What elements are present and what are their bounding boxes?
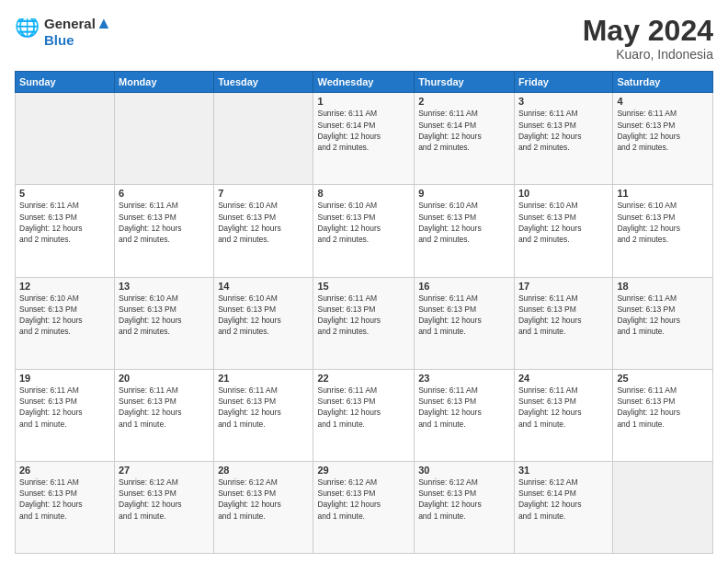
day-info: Sunrise: 6:10 AMSunset: 6:13 PMDaylight:…: [218, 293, 309, 338]
calendar-cell: [115, 93, 214, 185]
day-number: 27: [119, 465, 210, 476]
calendar-cell: 23Sunrise: 6:11 AMSunset: 6:13 PMDayligh…: [415, 369, 515, 461]
calendar-cell: 25Sunrise: 6:11 AMSunset: 6:13 PMDayligh…: [613, 369, 713, 461]
day-number: 19: [19, 373, 110, 384]
day-number: 11: [617, 188, 709, 199]
calendar-cell: 27Sunrise: 6:12 AMSunset: 6:13 PMDayligh…: [115, 461, 214, 553]
day-number: 1: [317, 96, 410, 107]
week-row-1: 1Sunrise: 6:11 AMSunset: 6:14 PMDaylight…: [16, 93, 713, 185]
day-number: 22: [317, 373, 410, 384]
day-info: Sunrise: 6:11 AMSunset: 6:13 PMDaylight:…: [518, 385, 609, 430]
calendar-table: SundayMondayTuesdayWednesdayThursdayFrid…: [15, 71, 713, 554]
main-title: May 2024: [583, 15, 713, 47]
calendar-cell: 6Sunrise: 6:11 AMSunset: 6:13 PMDaylight…: [115, 185, 214, 277]
day-info: Sunrise: 6:12 AMSunset: 6:13 PMDaylight:…: [418, 477, 510, 522]
calendar-cell: 15Sunrise: 6:11 AMSunset: 6:13 PMDayligh…: [313, 277, 415, 369]
calendar-cell: [613, 461, 713, 553]
subtitle: Kuaro, Indonesia: [583, 47, 713, 62]
day-number: 7: [218, 188, 309, 199]
day-info: Sunrise: 6:11 AMSunset: 6:13 PMDaylight:…: [617, 108, 709, 153]
day-number: 17: [518, 281, 609, 292]
calendar-cell: 1Sunrise: 6:11 AMSunset: 6:14 PMDaylight…: [313, 93, 415, 185]
header-day-wednesday: Wednesday: [313, 72, 415, 93]
header-day-friday: Friday: [514, 72, 612, 93]
day-info: Sunrise: 6:10 AMSunset: 6:13 PMDaylight:…: [418, 200, 510, 245]
day-info: Sunrise: 6:11 AMSunset: 6:13 PMDaylight:…: [617, 293, 709, 338]
day-info: Sunrise: 6:11 AMSunset: 6:13 PMDaylight:…: [119, 385, 210, 430]
calendar-cell: 26Sunrise: 6:11 AMSunset: 6:13 PMDayligh…: [16, 461, 115, 553]
day-info: Sunrise: 6:11 AMSunset: 6:13 PMDaylight:…: [518, 293, 609, 338]
day-number: 2: [418, 96, 510, 107]
day-number: 25: [617, 373, 709, 384]
day-info: Sunrise: 6:11 AMSunset: 6:14 PMDaylight:…: [317, 108, 410, 153]
calendar-cell: 14Sunrise: 6:10 AMSunset: 6:13 PMDayligh…: [214, 277, 313, 369]
calendar-cell: 2Sunrise: 6:11 AMSunset: 6:14 PMDaylight…: [415, 93, 515, 185]
day-info: Sunrise: 6:10 AMSunset: 6:13 PMDaylight:…: [617, 200, 709, 245]
calendar-cell: 22Sunrise: 6:11 AMSunset: 6:13 PMDayligh…: [313, 369, 415, 461]
day-info: Sunrise: 6:11 AMSunset: 6:13 PMDaylight:…: [19, 477, 110, 522]
calendar-cell: 8Sunrise: 6:10 AMSunset: 6:13 PMDaylight…: [313, 185, 415, 277]
day-info: Sunrise: 6:11 AMSunset: 6:14 PMDaylight:…: [418, 108, 510, 153]
logo-text: General▲ Blue: [44, 15, 112, 48]
header-day-sunday: Sunday: [16, 72, 115, 93]
day-number: 10: [518, 188, 609, 199]
day-info: Sunrise: 6:11 AMSunset: 6:13 PMDaylight:…: [218, 385, 309, 430]
day-number: 18: [617, 281, 709, 292]
calendar-cell: 17Sunrise: 6:11 AMSunset: 6:13 PMDayligh…: [514, 277, 612, 369]
calendar-cell: 29Sunrise: 6:12 AMSunset: 6:13 PMDayligh…: [313, 461, 415, 553]
day-number: 16: [418, 281, 510, 292]
day-info: Sunrise: 6:11 AMSunset: 6:13 PMDaylight:…: [19, 200, 110, 245]
day-info: Sunrise: 6:12 AMSunset: 6:13 PMDaylight:…: [119, 477, 210, 522]
calendar-cell: 20Sunrise: 6:11 AMSunset: 6:13 PMDayligh…: [115, 369, 214, 461]
day-number: 14: [218, 281, 309, 292]
calendar-body: 1Sunrise: 6:11 AMSunset: 6:14 PMDaylight…: [16, 93, 713, 554]
calendar-cell: 30Sunrise: 6:12 AMSunset: 6:13 PMDayligh…: [415, 461, 515, 553]
logo: 🌐 General▲ Blue: [15, 15, 112, 48]
day-number: 29: [317, 465, 410, 476]
day-number: 24: [518, 373, 609, 384]
calendar-cell: 7Sunrise: 6:10 AMSunset: 6:13 PMDaylight…: [214, 185, 313, 277]
day-info: Sunrise: 6:12 AMSunset: 6:14 PMDaylight:…: [518, 477, 609, 522]
day-info: Sunrise: 6:11 AMSunset: 6:13 PMDaylight:…: [317, 293, 410, 338]
day-number: 30: [418, 465, 510, 476]
day-info: Sunrise: 6:10 AMSunset: 6:13 PMDaylight:…: [119, 293, 210, 338]
day-number: 20: [119, 373, 210, 384]
day-info: Sunrise: 6:12 AMSunset: 6:13 PMDaylight:…: [218, 477, 309, 522]
day-info: Sunrise: 6:10 AMSunset: 6:13 PMDaylight:…: [218, 200, 309, 245]
calendar-cell: 19Sunrise: 6:11 AMSunset: 6:13 PMDayligh…: [16, 369, 115, 461]
calendar-cell: 12Sunrise: 6:10 AMSunset: 6:13 PMDayligh…: [16, 277, 115, 369]
day-number: 4: [617, 96, 709, 107]
day-number: 6: [119, 188, 210, 199]
header-row: SundayMondayTuesdayWednesdayThursdayFrid…: [16, 72, 713, 93]
day-info: Sunrise: 6:11 AMSunset: 6:13 PMDaylight:…: [617, 385, 709, 430]
day-number: 28: [218, 465, 309, 476]
calendar-cell: 5Sunrise: 6:11 AMSunset: 6:13 PMDaylight…: [16, 185, 115, 277]
calendar-cell: 18Sunrise: 6:11 AMSunset: 6:13 PMDayligh…: [613, 277, 713, 369]
calendar-cell: [16, 93, 115, 185]
day-number: 12: [19, 281, 110, 292]
calendar-cell: 11Sunrise: 6:10 AMSunset: 6:13 PMDayligh…: [613, 185, 713, 277]
calendar-cell: 16Sunrise: 6:11 AMSunset: 6:13 PMDayligh…: [415, 277, 515, 369]
day-info: Sunrise: 6:11 AMSunset: 6:13 PMDaylight:…: [119, 200, 210, 245]
header-day-saturday: Saturday: [613, 72, 713, 93]
day-number: 23: [418, 373, 510, 384]
title-block: May 2024 Kuaro, Indonesia: [583, 15, 713, 62]
day-info: Sunrise: 6:11 AMSunset: 6:13 PMDaylight:…: [418, 385, 510, 430]
header-day-monday: Monday: [115, 72, 214, 93]
day-number: 15: [317, 281, 410, 292]
logo-icon: 🌐: [15, 18, 40, 44]
calendar-cell: 3Sunrise: 6:11 AMSunset: 6:13 PMDaylight…: [514, 93, 612, 185]
calendar-cell: 4Sunrise: 6:11 AMSunset: 6:13 PMDaylight…: [613, 93, 713, 185]
day-number: 21: [218, 373, 309, 384]
week-row-4: 19Sunrise: 6:11 AMSunset: 6:13 PMDayligh…: [16, 369, 713, 461]
week-row-3: 12Sunrise: 6:10 AMSunset: 6:13 PMDayligh…: [16, 277, 713, 369]
calendar-cell: [214, 93, 313, 185]
day-number: 31: [518, 465, 609, 476]
day-info: Sunrise: 6:10 AMSunset: 6:13 PMDaylight:…: [518, 200, 609, 245]
calendar-cell: 28Sunrise: 6:12 AMSunset: 6:13 PMDayligh…: [214, 461, 313, 553]
day-number: 3: [518, 96, 609, 107]
day-number: 5: [19, 188, 110, 199]
day-number: 13: [119, 281, 210, 292]
day-number: 26: [19, 465, 110, 476]
day-info: Sunrise: 6:11 AMSunset: 6:13 PMDaylight:…: [518, 108, 609, 153]
